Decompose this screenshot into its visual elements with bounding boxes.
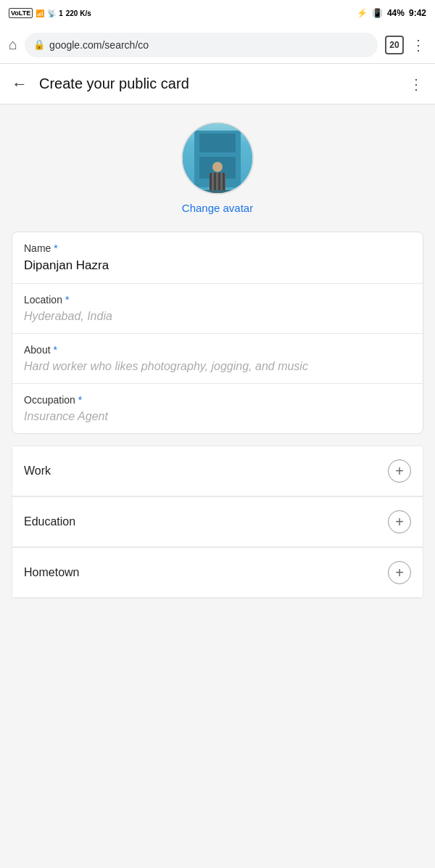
about-label: About	[24, 344, 51, 356]
education-add-button[interactable]: +	[388, 510, 411, 533]
education-section[interactable]: Education +	[12, 497, 423, 547]
status-bar: VoLTE 📶 📡 1 220 K/s ⚡ 📳 44% 9:42	[0, 0, 435, 26]
education-plus-icon: +	[395, 515, 404, 529]
occupation-label-row: Occupation *	[24, 394, 411, 406]
occupation-placeholder[interactable]: Insurance Agent	[24, 410, 411, 423]
sim-number: 1	[59, 9, 63, 17]
wifi-icon: 📡	[47, 9, 56, 17]
name-required: *	[54, 242, 57, 254]
location-placeholder[interactable]: Hyderabad, India	[24, 310, 411, 323]
name-label: Name	[24, 242, 51, 254]
about-field[interactable]: About * Hard worker who likes photograph…	[12, 334, 423, 384]
header-menu-button[interactable]: ⋮	[409, 75, 423, 93]
hometown-section[interactable]: Hometown +	[12, 548, 423, 598]
name-value[interactable]: Dipanjan Hazra	[24, 258, 411, 273]
work-add-button[interactable]: +	[388, 459, 411, 483]
education-label: Education	[24, 515, 75, 528]
hometown-label: Hometown	[24, 566, 79, 579]
hometown-add-button[interactable]: +	[388, 561, 411, 584]
about-placeholder[interactable]: Hard worker who likes photography, joggi…	[24, 360, 411, 373]
avatar[interactable]	[181, 122, 254, 195]
location-label: Location	[24, 294, 62, 306]
work-section[interactable]: Work +	[12, 446, 423, 496]
page-title: Create your public card	[39, 75, 397, 92]
avatar-section: Change avatar	[12, 122, 423, 214]
carrier-label: VoLTE	[9, 8, 33, 18]
about-label-row: About *	[24, 344, 411, 356]
tab-count[interactable]: 20	[385, 36, 404, 54]
work-label: Work	[24, 464, 51, 478]
change-avatar-button[interactable]: Change avatar	[182, 202, 253, 214]
browser-bar: ⌂ 🔒 google.com/search/co 20 ⋮	[0, 26, 435, 64]
expandable-sections: Work + Education + Hometown +	[12, 446, 423, 599]
home-icon[interactable]: ⌂	[9, 36, 17, 53]
bluetooth-icon: ⚡	[357, 8, 368, 18]
lock-icon: 🔒	[33, 39, 45, 50]
name-label-row: Name *	[24, 242, 411, 254]
url-bar[interactable]: 🔒 google.com/search/co	[25, 33, 378, 57]
occupation-required: *	[78, 394, 82, 406]
data-speed: 220 K/s	[66, 9, 91, 17]
location-label-row: Location *	[24, 294, 411, 306]
url-text: google.com/search/co	[49, 39, 149, 51]
work-plus-icon: +	[395, 464, 404, 478]
status-right: ⚡ 📳 44% 9:42	[357, 8, 426, 18]
form-card: Name * Dipanjan Hazra Location * Hyderab…	[12, 232, 423, 434]
back-button[interactable]: ←	[12, 75, 28, 94]
battery-indicator: 44%	[387, 8, 405, 18]
main-content: Change avatar Name * Dipanjan Hazra Loca…	[0, 105, 435, 616]
name-field[interactable]: Name * Dipanjan Hazra	[12, 232, 423, 284]
battery-percent: 44	[387, 8, 397, 18]
occupation-field[interactable]: Occupation * Insurance Agent	[12, 384, 423, 433]
vibrate-icon: 📳	[372, 8, 383, 18]
location-field[interactable]: Location * Hyderabad, India	[12, 284, 423, 334]
time-display: 9:42	[409, 8, 426, 18]
page-header: ← Create your public card ⋮	[0, 64, 435, 105]
occupation-label: Occupation	[24, 394, 75, 406]
avatar-image	[183, 123, 252, 193]
status-left: VoLTE 📶 📡 1 220 K/s	[9, 8, 91, 18]
location-required: *	[65, 294, 69, 306]
network-signal: 📶	[36, 9, 44, 17]
hometown-plus-icon: +	[395, 565, 404, 580]
browser-menu-icon[interactable]: ⋮	[411, 36, 426, 54]
about-required: *	[54, 344, 57, 356]
